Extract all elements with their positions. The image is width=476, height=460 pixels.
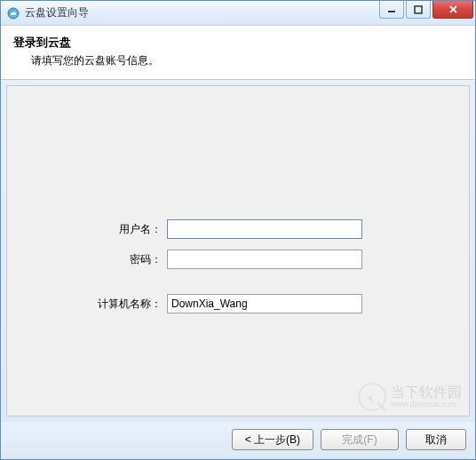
username-input[interactable] (167, 219, 362, 239)
username-label: 用户名： (7, 222, 167, 237)
close-button[interactable] (432, 1, 473, 19)
minimize-button[interactable] (379, 1, 404, 19)
svg-rect-2 (415, 6, 422, 13)
wizard-header: 登录到云盘 请填写您的云盘账号信息。 (1, 26, 475, 80)
window-controls (377, 1, 473, 19)
window-frame: 云盘设置向导 登录到云盘 请填写您的云盘账号信息。 用户名： 密码： 计算机名 (0, 0, 476, 460)
password-row: 密码： (7, 250, 469, 269)
wizard-title: 登录到云盘 (13, 35, 463, 51)
cancel-button[interactable]: 取消 (406, 429, 466, 450)
maximize-button[interactable] (406, 1, 431, 19)
username-row: 用户名： (7, 219, 469, 239)
back-button[interactable]: < 上一步(B) (232, 429, 313, 450)
titlebar: 云盘设置向导 (1, 1, 475, 26)
watermark-text: 当下软件园 (391, 385, 462, 400)
computer-name-input[interactable] (167, 294, 362, 313)
watermark-icon (357, 382, 387, 412)
computer-name-row: 计算机名称： (7, 294, 469, 313)
wizard-content: 用户名： 密码： 计算机名称： 当下软件园 www.downxia.com (6, 85, 470, 416)
wizard-button-bar: < 上一步(B) 完成(F) 取消 (1, 422, 475, 459)
password-label: 密码： (7, 252, 167, 267)
watermark: 当下软件园 www.downxia.com (357, 382, 462, 412)
window-title: 云盘设置向导 (25, 5, 377, 20)
svg-point-3 (359, 384, 385, 410)
wizard-subtitle: 请填写您的云盘账号信息。 (13, 53, 463, 68)
finish-button[interactable]: 完成(F) (321, 429, 399, 450)
computer-name-label: 计算机名称： (7, 297, 167, 312)
watermark-sub: www.downxia.com (391, 400, 462, 408)
password-input[interactable] (167, 250, 362, 269)
svg-rect-1 (388, 11, 395, 12)
app-icon (6, 6, 20, 20)
